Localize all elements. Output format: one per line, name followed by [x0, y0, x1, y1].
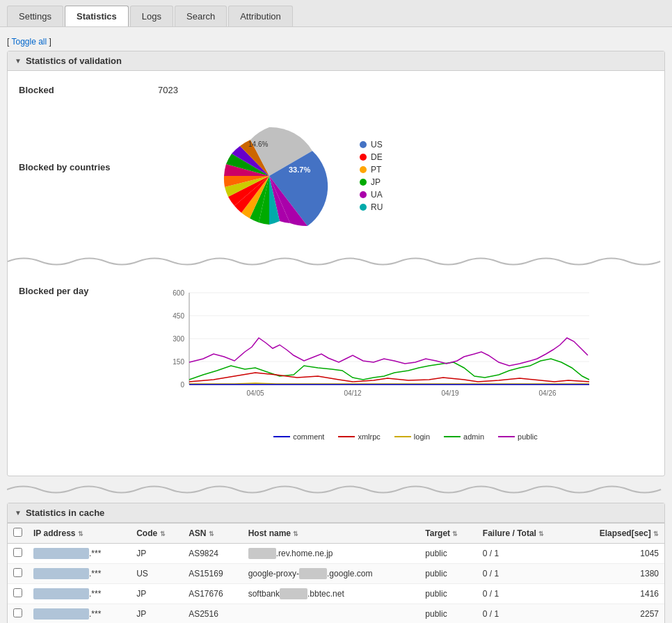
- th-code[interactable]: Code ⇅: [131, 524, 183, 544]
- sort-hostname: ⇅: [293, 531, 298, 537]
- legend-us: US: [360, 140, 383, 149]
- section-cache-title: Statistics in cache: [26, 508, 104, 518]
- cache-table-wrapper: IP address ⇅ Code ⇅ ASN ⇅ Host name ⇅ Ta…: [8, 523, 664, 623]
- host-suffix: .rev.home.ne.jp: [276, 549, 333, 558]
- ip-blurred: [33, 588, 89, 599]
- legend-label-admin: admin: [463, 432, 484, 441]
- tab-search[interactable]: Search: [175, 6, 227, 26]
- row-code: JP: [131, 544, 183, 564]
- svg-text:04/12: 04/12: [344, 389, 361, 397]
- row-asn: AS15169: [183, 564, 242, 584]
- th-target[interactable]: Target ⇅: [419, 524, 477, 544]
- row-checkbox[interactable]: [13, 588, 22, 597]
- row-checkbox[interactable]: [13, 608, 22, 617]
- legend-dot-jp: [360, 179, 367, 186]
- section-validation-title: Statistics of validation: [26, 56, 122, 66]
- th-elapsed[interactable]: Elapsed[sec] ⇅: [572, 524, 664, 544]
- ip-suffix: ***: [91, 609, 101, 619]
- svg-text:04/26: 04/26: [538, 389, 556, 397]
- th-select-all: [8, 524, 28, 544]
- row-code: US: [131, 564, 183, 584]
- sort-elapsed: ⇅: [653, 531, 659, 537]
- cache-table: IP address ⇅ Code ⇅ ASN ⇅ Host name ⇅ Ta…: [8, 523, 664, 623]
- th-failure-total[interactable]: Failure / Total ⇅: [477, 524, 573, 544]
- blocked-label: Blocked: [19, 85, 158, 95]
- tab-attribution[interactable]: Attribution: [228, 6, 293, 26]
- sort-code: ⇅: [160, 531, 166, 537]
- row-target: public: [419, 564, 477, 584]
- toggle-all-wrapper: [ Toggle all ]: [7, 33, 665, 51]
- tab-settings[interactable]: Settings: [7, 6, 63, 26]
- row-code: JP: [131, 584, 183, 604]
- row-hostname: .rev.home.ne.jp: [243, 544, 420, 564]
- host-prefix: google-proxy-: [248, 569, 299, 578]
- row-asn: AS2516: [183, 604, 242, 624]
- row-failure-total: 0 / 1: [477, 584, 573, 604]
- svg-text:0: 0: [180, 381, 184, 389]
- sort-ip: ⇅: [78, 531, 83, 537]
- svg-text:33.7%: 33.7%: [289, 165, 310, 174]
- ip-blurred: [33, 568, 89, 579]
- row-hostname: softbank .bbtec.net: [243, 584, 420, 604]
- tab-statistics[interactable]: Statistics: [65, 6, 129, 26]
- toggle-all-link[interactable]: Toggle all: [11, 37, 47, 47]
- row-checkbox-cell: [8, 544, 28, 564]
- blocked-row: Blocked 7023: [19, 79, 653, 101]
- th-ip-address[interactable]: IP address ⇅: [28, 524, 131, 544]
- line-chart: 600 450 300 150 0: [165, 286, 596, 425]
- svg-text:04/05: 04/05: [246, 389, 264, 397]
- row-elapsed: 2257: [572, 604, 664, 624]
- section-cache-header[interactable]: ▼ Statistics in cache: [8, 503, 664, 523]
- row-hostname: google-proxy- .google.com: [243, 564, 420, 584]
- legend-line-xmlrpc: [338, 436, 355, 437]
- legend-dot-pt: [360, 166, 367, 173]
- host-blurred: [248, 548, 276, 559]
- row-ip: .***: [28, 604, 131, 624]
- ip-blurred: [33, 548, 89, 559]
- row-elapsed: 1416: [572, 584, 664, 604]
- th-hostname[interactable]: Host name ⇅: [243, 524, 420, 544]
- host-blurred: [299, 568, 327, 579]
- cache-table-body: .***JPAS9824 .rev.home.ne.jppublic0 / 11…: [8, 544, 664, 624]
- host-suffix: .google.com: [327, 569, 372, 578]
- blocked-value: 7023: [158, 85, 178, 95]
- legend-label-xmlrpc: xmlrpc: [358, 432, 380, 441]
- tabs-bar: Settings Statistics Logs Search Attribut…: [0, 0, 672, 27]
- section-validation: ▼ Statistics of validation Blocked 7023 …: [7, 51, 665, 476]
- sort-asn: ⇅: [209, 531, 214, 537]
- table-row: .***JPAS17676softbank .bbtec.netpublic0 …: [8, 584, 664, 604]
- chart-legend: comment xmlrpc login admin: [165, 432, 646, 441]
- pie-chart: 33.7% 14.6%: [200, 113, 339, 238]
- pie-legend: US DE PT JP: [360, 140, 383, 212]
- legend-line-public: [498, 436, 515, 437]
- host-prefix: softbank: [248, 589, 280, 599]
- row-elapsed: 1045: [572, 544, 664, 564]
- wavy-divider-2: [7, 483, 665, 496]
- host-blurred: [280, 588, 307, 599]
- legend-label-ru: RU: [371, 202, 383, 212]
- row-elapsed: 1380: [572, 564, 664, 584]
- svg-text:150: 150: [173, 358, 184, 366]
- legend-label-ua: UA: [371, 190, 383, 200]
- row-checkbox[interactable]: [13, 568, 22, 577]
- blocked-per-day-label: Blocked per day: [19, 279, 158, 296]
- legend-admin: admin: [444, 432, 484, 441]
- legend-de: DE: [360, 152, 383, 162]
- svg-text:14.6%: 14.6%: [248, 140, 268, 148]
- row-failure-total: 0 / 1: [477, 604, 573, 624]
- legend-line-admin: [444, 436, 461, 437]
- section-validation-body: Blocked 7023 Blocked by countries: [8, 71, 664, 476]
- select-all-checkbox[interactable]: [13, 528, 22, 537]
- row-checkbox[interactable]: [13, 548, 22, 557]
- ip-suffix: ***: [91, 569, 101, 578]
- host-suffix: .bbtec.net: [307, 589, 344, 599]
- blocked-countries-label: Blocked by countries: [19, 106, 158, 172]
- legend-login: login: [394, 432, 430, 441]
- sort-failure: ⇅: [538, 531, 544, 537]
- ip-blurred: [33, 608, 89, 620]
- table-header-row: IP address ⇅ Code ⇅ ASN ⇅ Host name ⇅ Ta…: [8, 524, 664, 544]
- svg-text:600: 600: [173, 289, 184, 297]
- th-asn[interactable]: ASN ⇅: [183, 524, 242, 544]
- section-validation-header[interactable]: ▼ Statistics of validation: [8, 51, 664, 71]
- tab-logs[interactable]: Logs: [130, 6, 173, 26]
